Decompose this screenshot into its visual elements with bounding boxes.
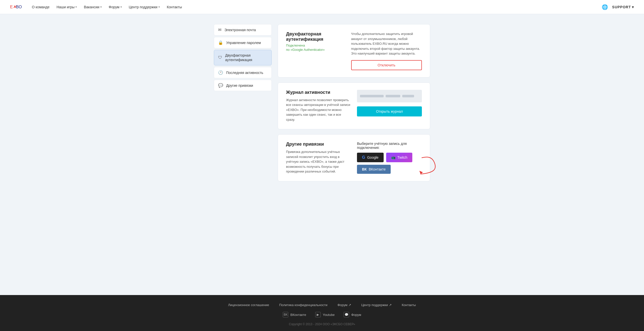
logo-x: ✕ <box>13 5 16 9</box>
nav-contacts[interactable]: Контакты <box>167 5 182 9</box>
email-icon: ✉ <box>218 27 221 32</box>
shield-icon: 🛡 <box>218 55 222 60</box>
two-fa-action: Чтобы дополнительно защитить игровой акк… <box>351 31 422 70</box>
social-buttons: G Google 📺 Twitch <box>357 153 422 162</box>
sidebar: ✉ Электронная почта 🔒 Управление паролем… <box>214 24 272 285</box>
activity-description: Журнал активности позволяет проверить вс… <box>286 98 351 122</box>
footer-social: ВК ВКонтакте ▶ Youtube 💬 Форум <box>10 312 634 317</box>
twitch-arrow-annotation <box>419 155 445 175</box>
disable-2fa-button[interactable]: Отключить <box>351 60 422 70</box>
right-panel: Двухфакторная аутентификация Подключена … <box>278 24 430 285</box>
support-chevron: ▾ <box>632 5 634 9</box>
nav-games-chevron: ▾ <box>75 6 77 8</box>
footer-social-youtube[interactable]: ▶ Youtube <box>315 312 335 317</box>
footer-forum-arrow: ↗ <box>348 303 351 307</box>
vk-connect-button[interactable]: ВК ВКонтакте <box>357 165 391 174</box>
activity-card: Журнал активности Журнал активности позв… <box>278 82 430 130</box>
footer-links: Лицензионное соглашение Политика конфиде… <box>10 303 634 307</box>
footer-link-support[interactable]: Центр поддержки ↗ <box>361 303 392 307</box>
open-log-button[interactable]: Открыть журнал <box>357 106 422 116</box>
header: E✕BO О команде Наши игры ▾ Вакансии ▾ Фо… <box>0 0 644 14</box>
nav-games[interactable]: Наши игры ▾ <box>57 5 77 9</box>
bindings-title: Другие привязки <box>286 142 351 147</box>
nav-support[interactable]: Центр поддержки ▾ <box>129 5 160 9</box>
twitch-icon: 📺 <box>391 155 395 159</box>
sidebar-item-twofa[interactable]: 🛡 Двухфакторнаяаутентификация <box>214 50 272 65</box>
footer-link-privacy[interactable]: Политика конфиденциальности <box>279 303 328 307</box>
vk-icon: ВК <box>362 167 367 171</box>
bindings-description: Привязка дополнительных учётных записей … <box>286 149 351 174</box>
logo[interactable]: E✕BO <box>10 5 22 9</box>
sidebar-item-activity[interactable]: 🕐 Последняя активность <box>214 67 272 78</box>
activity-bar-2 <box>386 95 400 97</box>
header-right: 🌐 SUPPORT ▾ <box>602 4 634 10</box>
sidebar-item-password[interactable]: 🔒 Управление паролем <box>214 37 272 48</box>
logo-o: O <box>19 5 22 9</box>
footer-link-license[interactable]: Лицензионное соглашение <box>228 303 269 307</box>
bindings-action: Выберите учётную запись для подключения:… <box>357 142 422 174</box>
bindings-card: Другие привязки Привязка дополнительных … <box>278 134 430 181</box>
nav-vacancies[interactable]: Вакансии ▾ <box>84 5 102 9</box>
two-fa-status: Подключена <box>286 44 345 47</box>
google-icon: G <box>362 155 365 160</box>
globe-icon[interactable]: 🌐 <box>602 4 608 10</box>
twitch-connect-button[interactable]: 📺 Twitch <box>386 153 413 162</box>
nav-forum[interactable]: Форум ▾ <box>109 5 122 9</box>
clock-icon: 🕐 <box>218 70 223 75</box>
activity-info: Журнал активности Журнал активности позв… <box>286 90 351 122</box>
two-fa-description: Чтобы дополнительно защитить игровой акк… <box>351 31 422 56</box>
sidebar-item-email[interactable]: ✉ Электронная почта <box>214 24 272 35</box>
main-nav: О команде Наши игры ▾ Вакансии ▾ Форум ▾… <box>32 5 602 9</box>
footer-link-forum[interactable]: Форум ↗ <box>337 303 351 307</box>
chat-icon: 💬 <box>218 83 223 88</box>
activity-bar-3 <box>402 95 414 97</box>
vk-row: ВК ВКонтакте <box>357 165 422 174</box>
footer-support-arrow: ↗ <box>389 303 392 307</box>
activity-action: Открыть журнал <box>357 90 422 116</box>
two-fa-method: по «Google Authenticator» <box>286 48 345 52</box>
activity-preview <box>357 90 422 102</box>
nav-forum-chevron: ▾ <box>120 6 122 8</box>
footer-social-forum[interactable]: 💬 Форум <box>344 312 361 317</box>
lock-icon: 🔒 <box>218 40 223 45</box>
footer-link-contacts[interactable]: Контакты <box>402 303 416 307</box>
forum-social-icon: 💬 <box>344 312 349 317</box>
footer: Лицензионное соглашение Политика конфиде… <box>0 295 644 331</box>
support-button[interactable]: SUPPORT ▾ <box>612 5 634 9</box>
main-content: ✉ Электронная почта 🔒 Управление паролем… <box>0 14 644 295</box>
youtube-social-icon: ▶ <box>315 312 321 317</box>
two-fa-title: Двухфакторная аутентификация <box>286 31 345 42</box>
activity-bar-1 <box>360 95 384 97</box>
logo-e: E <box>10 5 13 9</box>
nav-about[interactable]: О команде <box>32 5 50 9</box>
two-fa-info: Двухфакторная аутентификация Подключена … <box>286 31 345 52</box>
logo-b: B <box>16 5 19 9</box>
sidebar-item-bindings[interactable]: 💬 Другие привязки <box>214 80 272 91</box>
vk-social-icon: ВК <box>283 312 288 317</box>
google-connect-button[interactable]: G Google <box>357 153 384 162</box>
activity-title: Журнал активности <box>286 90 351 95</box>
two-fa-card: Двухфакторная аутентификация Подключена … <box>278 24 430 77</box>
bindings-info: Другие привязки Привязка дополнительных … <box>286 142 351 174</box>
footer-social-vk[interactable]: ВК ВКонтакте <box>283 312 306 317</box>
bindings-label: Выберите учётную запись для подключения: <box>357 142 422 150</box>
footer-copyright: Copyright © 2013 - 2024 ООО «ЭКСБО СЕВЕР… <box>10 322 634 326</box>
content-wrapper: ✉ Электронная почта 🔒 Управление паролем… <box>209 24 435 285</box>
nav-vacancies-chevron: ▾ <box>100 6 102 8</box>
nav-support-chevron: ▾ <box>158 6 160 8</box>
